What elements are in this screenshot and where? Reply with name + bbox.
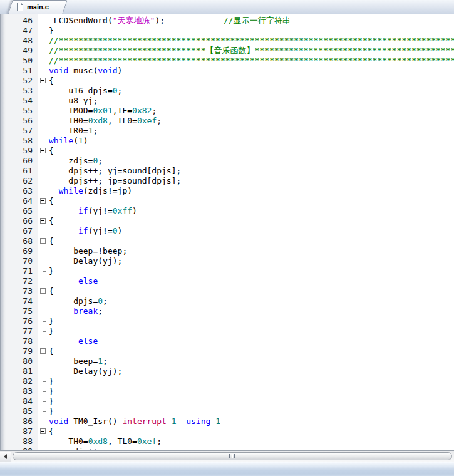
fold-marker (38, 96, 49, 106)
fold-toggle-icon[interactable] (38, 236, 49, 246)
code-text: TMOD=0x01,IE=0x82; (49, 106, 454, 116)
code-rows: 46 LCDSendWord("天寒地冻"); //显示一行字符串47}48//… (0, 14, 454, 450)
line-number: 65 (0, 206, 38, 216)
line-number: 76 (0, 316, 38, 326)
code-line[interactable]: 77} (0, 326, 454, 336)
scrollbar-thumb[interactable] (13, 452, 452, 460)
fold-marker (38, 176, 49, 186)
code-text: LCDSendWord("天寒地冻"); //显示一行字符串 (49, 16, 454, 26)
fold-toggle-icon[interactable] (38, 216, 49, 226)
code-line[interactable]: 72 else (0, 276, 454, 286)
code-line[interactable]: 80 beep=1; (0, 356, 454, 366)
code-text: } (49, 406, 454, 416)
code-line[interactable]: 66{ (0, 216, 454, 226)
code-text: } (49, 326, 454, 336)
fold-toggle-icon[interactable] (38, 196, 49, 206)
code-line[interactable]: 71} (0, 266, 454, 276)
code-line[interactable]: 76} (0, 316, 454, 326)
code-line[interactable]: 81 Delay(yj); (0, 366, 454, 376)
code-text: { (49, 236, 454, 246)
h-scrollbar[interactable] (0, 450, 454, 462)
code-line[interactable]: 85} (0, 406, 454, 416)
line-number: 86 (0, 416, 38, 427)
code-line[interactable]: 51void musc(void) (0, 66, 454, 76)
fold-toggle-icon[interactable] (38, 427, 49, 437)
line-number: 52 (0, 76, 38, 86)
fold-marker (38, 206, 49, 216)
line-number: 88 (0, 437, 38, 447)
code-line[interactable]: 87{ (0, 427, 454, 437)
line-number: 69 (0, 246, 38, 256)
code-line[interactable]: 68{ (0, 236, 454, 246)
fold-marker (38, 26, 49, 36)
code-line[interactable]: 56 TH0=0xd8, TL0=0xef; (0, 116, 454, 126)
code-text: u16 dpjs=0; (49, 86, 454, 96)
fold-toggle-icon[interactable] (38, 146, 49, 156)
code-line[interactable]: 59{ (0, 146, 454, 156)
fold-marker (38, 386, 49, 396)
code-line[interactable]: 83} (0, 386, 454, 396)
code-line[interactable]: 60 zdjs=0; (0, 156, 454, 166)
code-line[interactable]: 65 if(yj!=0xff) (0, 206, 454, 216)
line-number: 49 (0, 46, 38, 56)
line-number: 77 (0, 326, 38, 336)
fold-marker (38, 66, 49, 76)
code-line[interactable]: 78 else (0, 336, 454, 346)
status-bar (0, 462, 454, 476)
code-line[interactable]: 52{ (0, 76, 454, 86)
line-number: 58 (0, 136, 38, 146)
code-editor[interactable]: 46 LCDSendWord("天寒地冻"); //显示一行字符串47}48//… (0, 14, 454, 450)
code-line[interactable]: 69 beep=!beep; (0, 246, 454, 256)
line-number: 74 (0, 296, 38, 306)
tab-main-c[interactable]: main.c (10, 0, 65, 14)
code-line[interactable]: 54 u8 yj; (0, 96, 454, 106)
code-line[interactable]: 88 TH0=0xd8, TL0=0xef; (0, 437, 454, 447)
code-line[interactable]: 46 LCDSendWord("天寒地冻"); //显示一行字符串 (0, 16, 454, 26)
tab-label: main.c (27, 3, 49, 11)
line-number: 84 (0, 396, 38, 406)
fold-toggle-icon[interactable] (38, 346, 49, 356)
code-text: dpjs++; yj=sound[dpjs]; (49, 166, 454, 176)
fold-marker (38, 136, 49, 146)
code-line[interactable]: 62 dpjs++; jp=sound[dpjs]; (0, 176, 454, 186)
fold-marker (38, 276, 49, 286)
code-text: { (49, 196, 454, 206)
code-text: while(1) (49, 136, 454, 146)
fold-marker (38, 56, 49, 66)
code-line[interactable]: 86void TM0_Isr() interrupt 1 using 1 (0, 416, 454, 427)
fold-toggle-icon[interactable] (38, 76, 49, 86)
code-line[interactable]: 67 if(yj!=0) (0, 226, 454, 236)
code-line[interactable]: 53 u16 dpjs=0; (0, 86, 454, 96)
code-line[interactable]: 64{ (0, 196, 454, 206)
code-line[interactable]: 70 Delay(yj); (0, 256, 454, 266)
code-text: //**************************************… (49, 36, 454, 46)
code-line[interactable]: 49//******************************【音乐函数】… (0, 46, 454, 56)
code-line[interactable]: 48//************************************… (0, 36, 454, 46)
code-line[interactable]: 57 TR0=1; (0, 126, 454, 136)
code-line[interactable]: 79{ (0, 346, 454, 356)
code-line[interactable]: 73{ (0, 286, 454, 296)
code-line[interactable]: 75 break; (0, 306, 454, 316)
fold-marker (38, 226, 49, 236)
code-line[interactable]: 84} (0, 396, 454, 406)
code-line[interactable]: 55 TMOD=0x01,IE=0x82; (0, 106, 454, 116)
line-number: 80 (0, 356, 38, 366)
code-line[interactable]: 74 dpjs=0; (0, 296, 454, 306)
line-number: 61 (0, 166, 38, 176)
code-line[interactable]: 50//************************************… (0, 56, 454, 66)
code-text: if(yj!=0) (49, 226, 454, 236)
line-number: 53 (0, 86, 38, 96)
line-number: 64 (0, 196, 38, 206)
code-text: } (49, 266, 454, 276)
code-line[interactable]: 82} (0, 376, 454, 386)
line-number: 68 (0, 236, 38, 246)
code-line[interactable]: 47} (0, 26, 454, 36)
fold-marker (38, 316, 49, 326)
code-line[interactable]: 58while(1) (0, 136, 454, 146)
code-line[interactable]: 63 while(zdjs!=jp) (0, 186, 454, 196)
fold-toggle-icon[interactable] (38, 286, 49, 296)
fold-marker (38, 437, 49, 447)
code-line[interactable]: 61 dpjs++; yj=sound[dpjs]; (0, 166, 454, 176)
scroll-left-button[interactable] (0, 452, 11, 462)
code-text: else (49, 276, 454, 286)
